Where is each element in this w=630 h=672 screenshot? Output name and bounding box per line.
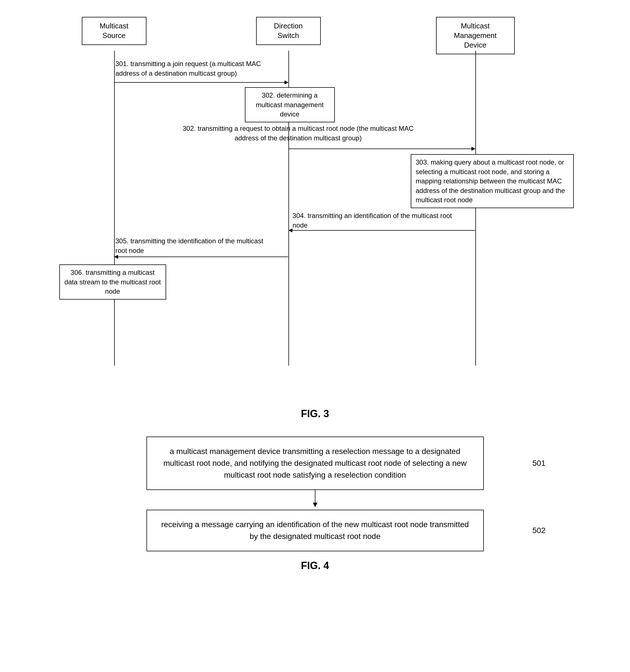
- label-305: 305. transmitting the identification of …: [116, 236, 273, 255]
- fig3-diagram: MulticastSource DirectionSwitch Multicas…: [48, 11, 582, 383]
- badge-501: 501: [532, 459, 546, 468]
- arrow-302: [289, 148, 475, 149]
- page-container: MulticastSource DirectionSwitch Multicas…: [17, 11, 613, 589]
- entity-management-device: Multicast ManagementDevice: [436, 17, 515, 54]
- fig4-diagram: a multicast management device transmitti…: [118, 436, 512, 551]
- arrow-304: [289, 230, 475, 231]
- box-501: a multicast management device transmitti…: [147, 436, 484, 490]
- badge-502: 502: [532, 526, 546, 535]
- label-302: 302. transmitting a request to obtain a …: [172, 124, 425, 143]
- label-301: 301. transmitting a join request (a mult…: [116, 59, 279, 78]
- box-306: 306. transmitting a multicast data strea…: [59, 264, 166, 299]
- box-302: 302. determining a multicast management …: [245, 87, 335, 122]
- arrow-down-501-502: [315, 490, 316, 507]
- entity-direction-switch: DirectionSwitch: [256, 17, 321, 45]
- box-502: receiving a message carrying an identifi…: [147, 510, 484, 551]
- label-304: 304. transmitting an identification of t…: [293, 211, 456, 230]
- arrow-305: [115, 257, 288, 257]
- entity-multicast-source: MulticastSource: [82, 17, 147, 45]
- fig4-caption: FIG. 4: [301, 560, 329, 572]
- fig3-caption: FIG. 3: [301, 408, 329, 420]
- sequence-area: 301. transmitting a join request (a mult…: [48, 51, 582, 383]
- lifeline-management: [475, 51, 476, 366]
- arrow-301: [115, 82, 288, 83]
- lifeline-source: [114, 51, 115, 366]
- box-303: 303. making query about a multicast root…: [411, 154, 574, 208]
